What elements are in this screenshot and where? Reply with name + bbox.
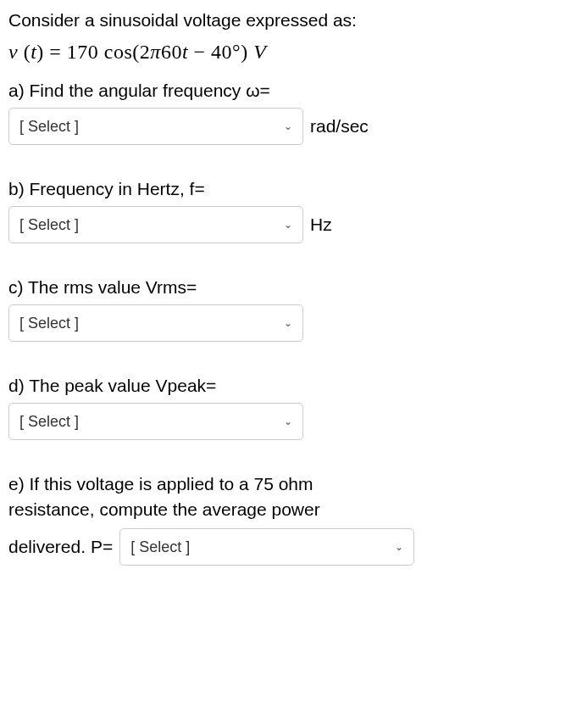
unit-b: Hz bbox=[310, 215, 332, 235]
question-c-text: c) The rms value Vrms= bbox=[8, 277, 580, 298]
question-e-line1: e) If this voltage is applied to a 75 oh… bbox=[8, 474, 580, 494]
equation: v (t) = 170 cos(2π60t − 40°) V bbox=[8, 41, 580, 64]
select-d[interactable]: [ Select ] ⌄ bbox=[8, 403, 303, 440]
select-a[interactable]: [ Select ] ⌄ bbox=[8, 108, 303, 145]
chevron-down-icon: ⌄ bbox=[395, 541, 403, 553]
question-a-label: a) Find the angular frequency ω= bbox=[8, 81, 270, 100]
chevron-down-icon: ⌄ bbox=[284, 415, 292, 427]
select-c[interactable]: [ Select ] ⌄ bbox=[8, 304, 303, 342]
select-b[interactable]: [ Select ] ⌄ bbox=[8, 206, 303, 243]
question-e-line2: resistance, compute the average power bbox=[8, 499, 580, 520]
select-b-value: [ Select ] bbox=[19, 216, 79, 234]
question-a-text: a) Find the angular frequency ω= bbox=[8, 81, 580, 101]
question-d-text: d) The peak value Vpeak= bbox=[8, 376, 580, 396]
question-e: e) If this voltage is applied to a 75 oh… bbox=[8, 474, 580, 566]
question-d: d) The peak value Vpeak= [ Select ] ⌄ bbox=[8, 376, 580, 440]
question-c: c) The rms value Vrms= [ Select ] ⌄ bbox=[8, 277, 580, 342]
chevron-down-icon: ⌄ bbox=[284, 120, 292, 132]
question-a: a) Find the angular frequency ω= [ Selec… bbox=[8, 81, 580, 145]
question-b-text: b) Frequency in Hertz, f= bbox=[8, 179, 580, 199]
select-a-value: [ Select ] bbox=[19, 118, 79, 136]
chevron-down-icon: ⌄ bbox=[284, 219, 292, 231]
select-e[interactable]: [ Select ] ⌄ bbox=[119, 528, 414, 566]
intro-text: Consider a sinusoidal voltage expressed … bbox=[8, 10, 580, 31]
select-e-value: [ Select ] bbox=[130, 538, 190, 556]
chevron-down-icon: ⌄ bbox=[284, 317, 292, 329]
select-c-value: [ Select ] bbox=[19, 315, 79, 332]
unit-a: rad/sec bbox=[310, 116, 369, 137]
question-b: b) Frequency in Hertz, f= [ Select ] ⌄ H… bbox=[8, 179, 580, 243]
question-e-prefix: delivered. P= bbox=[8, 537, 113, 557]
select-d-value: [ Select ] bbox=[19, 413, 79, 431]
